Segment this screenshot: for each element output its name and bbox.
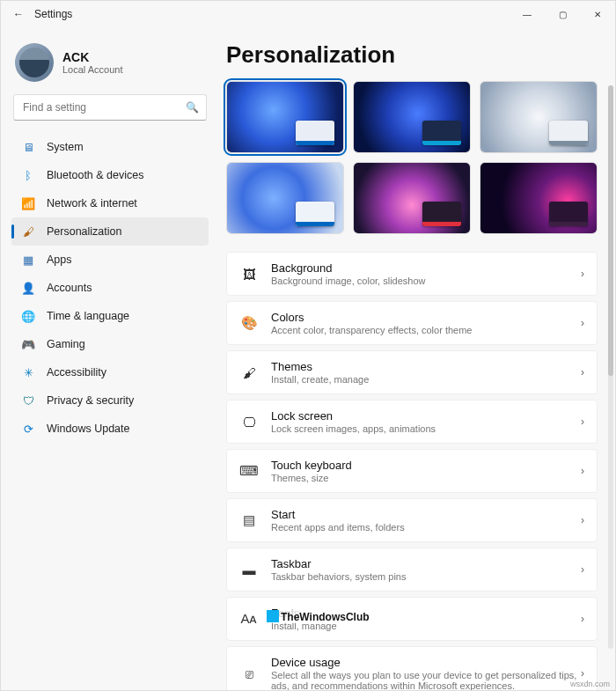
theme-preview-icon <box>296 121 334 145</box>
close-button[interactable]: ✕ <box>580 1 615 27</box>
chevron-right-icon: › <box>581 268 584 280</box>
accessibility-icon: ✳ <box>20 364 36 380</box>
update-icon: ⟳ <box>20 421 36 437</box>
accounts-icon: 👤 <box>20 280 36 296</box>
fonts-icon: Aᴀ <box>239 609 259 629</box>
nav-system[interactable]: 🖥System <box>11 133 209 161</box>
nav-accounts[interactable]: 👤Accounts <box>11 274 209 302</box>
card-title: Lock screen <box>271 409 581 423</box>
card-desc: Lock screen images, apps, animations <box>271 423 581 434</box>
theme-thumb-2[interactable] <box>353 81 471 153</box>
nav-label: Bluetooth & devices <box>47 169 144 181</box>
shield-icon: 🛡 <box>20 393 36 408</box>
card-title: Themes <box>271 360 581 373</box>
nav-label: Gaming <box>47 338 85 350</box>
bluetooth-icon: ᛒ <box>20 167 36 183</box>
image-icon: 🖼 <box>239 264 259 283</box>
watermark-icon <box>267 610 279 622</box>
card-taskbar[interactable]: ▬ TaskbarTaskbar behaviors, system pins … <box>226 548 598 592</box>
theme-preview-icon <box>296 202 334 226</box>
card-touch-keyboard[interactable]: ⌨ Touch keyboardThemes, size › <box>226 449 598 493</box>
nav-label: Apps <box>47 254 72 266</box>
nav-network[interactable]: 📶Network & internet <box>11 189 209 217</box>
card-themes[interactable]: 🖌 ThemesInstall, create, manage › <box>226 350 598 394</box>
nav-label: Time & language <box>47 310 129 322</box>
nav-accessibility[interactable]: ✳Accessibility <box>11 358 209 386</box>
minimize-button[interactable]: — <box>510 1 545 27</box>
card-colors[interactable]: 🎨 ColorsAccent color, transparency effec… <box>226 301 598 345</box>
nav-label: Personalization <box>47 225 121 238</box>
theme-thumb-6[interactable] <box>480 162 598 234</box>
nav-label: Accounts <box>47 282 92 294</box>
sidebar: ACK Local Account 🔍 🖥System ᛒBluetooth &… <box>1 27 217 690</box>
vertical-scrollbar[interactable] <box>608 85 613 649</box>
nav-personalization[interactable]: 🖌Personalization <box>11 217 209 246</box>
card-title: Touch keyboard <box>271 459 581 472</box>
theme-preview-icon <box>549 121 588 145</box>
wifi-icon: 📶 <box>20 195 36 211</box>
chevron-right-icon: › <box>581 514 584 526</box>
card-lock-screen[interactable]: 🖵 Lock screenLock screen images, apps, a… <box>226 400 598 444</box>
taskbar-icon: ▬ <box>239 560 259 579</box>
apps-icon: ▦ <box>20 252 36 268</box>
palette-icon: 🎨 <box>239 313 259 333</box>
nav-list: 🖥System ᛒBluetooth & devices 📶Network & … <box>11 133 209 443</box>
card-desc: Taskbar behaviors, system pins <box>271 571 581 582</box>
nav-label: Privacy & security <box>47 394 134 407</box>
card-desc: Accent color, transparency effects, colo… <box>271 325 581 335</box>
titlebar: ← Settings — ▢ ✕ <box>1 1 615 27</box>
search-box[interactable]: 🔍 <box>13 94 207 121</box>
theme-thumb-3[interactable] <box>480 81 598 153</box>
chevron-right-icon: › <box>581 667 584 680</box>
nav-gaming[interactable]: 🎮Gaming <box>11 330 209 358</box>
brush-icon: 🖌 <box>239 363 259 382</box>
search-icon: 🔍 <box>186 101 199 114</box>
avatar <box>15 43 54 82</box>
nav-time-language[interactable]: 🌐Time & language <box>11 302 209 330</box>
chevron-right-icon: › <box>581 366 584 379</box>
card-start[interactable]: ▤ StartRecent apps and items, folders › <box>226 498 598 542</box>
theme-preview-icon <box>422 202 461 226</box>
nav-windows-update[interactable]: ⟳Windows Update <box>11 415 209 443</box>
account-type: Local Account <box>62 64 123 75</box>
device-usage-icon: ⎚ <box>239 664 259 683</box>
nav-privacy[interactable]: 🛡Privacy & security <box>11 386 209 415</box>
watermark-overlay: TheWindowsClub <box>265 610 371 623</box>
card-desc: Select all the ways you plan to use your… <box>271 670 581 690</box>
chevron-right-icon: › <box>581 465 584 477</box>
nav-label: Network & internet <box>47 197 137 210</box>
brush-icon: 🖌 <box>20 224 36 239</box>
card-background[interactable]: 🖼 BackgroundBackground image, color, sli… <box>226 252 598 296</box>
card-title: Colors <box>271 311 581 324</box>
user-name: ACK <box>62 50 123 64</box>
theme-grid <box>226 81 598 234</box>
card-desc: Themes, size <box>271 473 581 483</box>
card-device-usage[interactable]: ⎚ Device usageSelect all the ways you pl… <box>226 646 598 690</box>
theme-preview-icon <box>549 202 588 226</box>
theme-thumb-1[interactable] <box>226 81 344 153</box>
nav-apps[interactable]: ▦Apps <box>11 246 209 274</box>
card-title: Taskbar <box>271 557 581 570</box>
card-title: Device usage <box>271 656 581 669</box>
maximize-button[interactable]: ▢ <box>545 1 580 27</box>
chevron-right-icon: › <box>581 613 584 625</box>
chevron-right-icon: › <box>581 563 584 576</box>
settings-window: ← Settings — ▢ ✕ ACK Local Account 🔍 🖥Sy… <box>0 0 616 691</box>
theme-preview-icon <box>422 121 461 145</box>
footer-watermark: wsxdn.com <box>570 680 610 688</box>
theme-thumb-5[interactable] <box>353 162 471 234</box>
window-title: Settings <box>34 8 72 20</box>
chevron-right-icon: › <box>581 415 584 428</box>
nav-label: Windows Update <box>47 423 130 435</box>
gamepad-icon: 🎮 <box>20 336 36 352</box>
user-block[interactable]: ACK Local Account <box>15 43 209 82</box>
window-controls: — ▢ ✕ <box>510 1 615 27</box>
watermark-text: TheWindowsClub <box>281 611 370 623</box>
settings-cards: 🖼 BackgroundBackground image, color, sli… <box>226 252 598 690</box>
theme-thumb-4[interactable] <box>226 162 344 234</box>
card-title: Background <box>271 261 581 275</box>
search-input[interactable] <box>21 100 186 114</box>
back-button[interactable]: ← <box>13 8 24 20</box>
start-icon: ▤ <box>239 511 259 530</box>
nav-bluetooth[interactable]: ᛒBluetooth & devices <box>11 161 209 189</box>
